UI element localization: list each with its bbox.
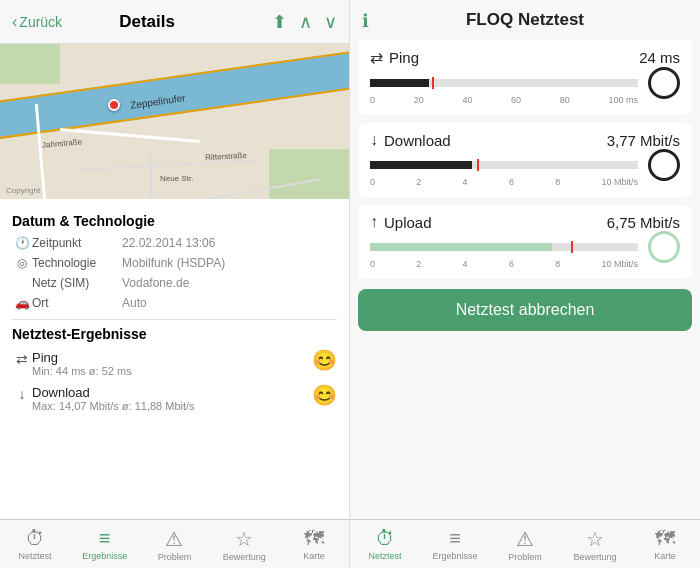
download-track (370, 161, 638, 169)
right-title: FLOQ Netztest (466, 10, 584, 30)
ping-meter-label: Ping (389, 49, 419, 66)
download-meter: ↓ Download 3,77 Mbit/s 0 2 4 6 8 10 Mbit… (358, 123, 692, 197)
ort-label: Ort (32, 296, 122, 310)
netz-label: Netz (SIM) (32, 276, 122, 290)
tab-bewertung[interactable]: ☆ Bewertung (209, 520, 279, 568)
upload-meter-label: Upload (384, 214, 432, 231)
ping-meter: ⇄ Ping 24 ms 0 20 40 60 80 100 ms (358, 40, 692, 115)
ping-content: Ping Min: 44 ms ø: 52 ms (32, 350, 306, 377)
download-circle (648, 149, 680, 181)
right-problem-tab-label: Problem (508, 552, 542, 562)
upload-meter-icon: ↑ (370, 213, 378, 231)
right-tab-netztest[interactable]: ⏱ Netztest (350, 520, 420, 568)
ping-fill (370, 79, 429, 87)
down-icon[interactable]: ∨ (324, 11, 337, 33)
map-green-area2 (269, 149, 349, 199)
right-tab-karte[interactable]: 🗺 Karte (630, 520, 700, 568)
ping-icon: ⇄ (12, 351, 32, 367)
section-datum-title: Datum & Technologie (12, 213, 337, 229)
upload-bar-container (370, 237, 680, 257)
bewertung-tab-label: Bewertung (223, 552, 266, 562)
left-tab-bar: ⏱ Netztest ≡ Ergebnisse ⚠ Problem ☆ Bewe… (0, 519, 349, 568)
right-netztest-tab-icon: ⏱ (375, 527, 395, 550)
map-road3 (150, 154, 153, 199)
netz-value: Vodafone.de (122, 276, 189, 290)
detail-content: Datum & Technologie 🕐 Zeitpunkt 22.02.20… (0, 199, 349, 519)
problem-tab-label: Problem (158, 552, 192, 562)
ping-meter-name: ⇄ Ping (370, 48, 419, 67)
right-bewertung-tab-icon: ☆ (586, 527, 604, 551)
download-marker (477, 159, 479, 171)
header-actions: ⬆ ∧ ∨ (272, 11, 337, 33)
left-panel: ‹ Zurück Details ⬆ ∧ ∨ Zeppelinufer Jahn… (0, 0, 350, 568)
right-header: ℹ FLOQ Netztest (350, 0, 700, 36)
right-ergebnisse-tab-label: Ergebnisse (432, 551, 477, 561)
right-tab-bar: ⏱ Netztest ≡ Ergebnisse ⚠ Problem ☆ Bewe… (350, 519, 700, 568)
right-problem-tab-icon: ⚠ (516, 527, 534, 551)
ergebnisse-tab-label: Ergebnisse (82, 551, 127, 561)
ort-value: Auto (122, 296, 147, 310)
right-tab-ergebnisse[interactable]: ≡ Ergebnisse (420, 520, 490, 568)
tab-ergebnisse[interactable]: ≡ Ergebnisse (70, 520, 140, 568)
upload-fill (370, 243, 552, 251)
result-ping: ⇄ Ping Min: 44 ms ø: 52 ms 😊 (12, 346, 337, 381)
problem-tab-icon: ⚠ (165, 527, 183, 551)
download-meter-header: ↓ Download 3,77 Mbit/s (370, 131, 680, 149)
result-download: ↓ Download Max: 14,07 Mbit/s ø: 11,88 Mb… (12, 381, 337, 416)
ping-scale: 0 20 40 60 80 100 ms (370, 95, 638, 105)
up-icon[interactable]: ∧ (299, 11, 312, 33)
ping-circle (648, 67, 680, 99)
bewertung-tab-icon: ☆ (235, 527, 253, 551)
info-icon[interactable]: ℹ (362, 10, 369, 32)
right-tab-problem[interactable]: ⚠ Problem (490, 520, 560, 568)
right-karte-tab-icon: 🗺 (655, 527, 675, 550)
share-icon[interactable]: ⬆ (272, 11, 287, 33)
abbrechen-button[interactable]: Netztest abbrechen (358, 289, 692, 331)
tab-karte[interactable]: 🗺 Karte (279, 520, 349, 568)
back-chevron-icon: ‹ (12, 13, 17, 31)
download-smiley: 😊 (312, 383, 337, 407)
ping-meter-header: ⇄ Ping 24 ms (370, 48, 680, 67)
info-netz: Netz (SIM) Vodafone.de (12, 273, 337, 293)
ergebnisse-tab-icon: ≡ (99, 527, 111, 550)
upload-track (370, 243, 638, 251)
download-icon: ↓ (12, 386, 32, 402)
signal-icon: ◎ (12, 256, 32, 270)
download-fill (370, 161, 472, 169)
upload-meter-header: ↑ Upload 6,75 Mbit/s (370, 213, 680, 231)
right-tab-bewertung[interactable]: ☆ Bewertung (560, 520, 630, 568)
tab-problem[interactable]: ⚠ Problem (140, 520, 210, 568)
right-bewertung-tab-label: Bewertung (573, 552, 616, 562)
divider (12, 319, 337, 320)
map-road4 (80, 159, 260, 170)
download-meter-value: 3,77 Mbit/s (607, 132, 680, 149)
right-panel: ℹ FLOQ Netztest ⇄ Ping 24 ms 0 20 40 60 … (350, 0, 700, 568)
right-ergebnisse-tab-icon: ≡ (449, 527, 461, 550)
technologie-value: Mobilfunk (HSDPA) (122, 256, 225, 270)
ping-track (370, 79, 638, 87)
upload-meter-name: ↑ Upload (370, 213, 432, 231)
zeitpunkt-label: Zeitpunkt (32, 236, 122, 250)
map-label-jahn: Jahnstraße (42, 137, 83, 149)
map-copyright: Copyright (6, 186, 40, 195)
upload-marker (571, 241, 573, 253)
download-content: Download Max: 14,07 Mbit/s ø: 11,88 Mbit… (32, 385, 306, 412)
map-pin (108, 99, 120, 111)
ping-meter-icon: ⇄ (370, 48, 383, 67)
upload-scale: 0 2 4 6 8 10 Mbit/s (370, 259, 638, 269)
page-title: Details (22, 12, 272, 32)
section-netztest-title: Netztest-Ergebnisse (12, 326, 337, 342)
info-zeitpunkt: 🕐 Zeitpunkt 22.02.2014 13:06 (12, 233, 337, 253)
car-icon: 🚗 (12, 296, 32, 310)
karte-tab-icon: 🗺 (304, 527, 324, 550)
ping-smiley: 😊 (312, 348, 337, 372)
right-karte-tab-label: Karte (654, 551, 676, 561)
download-values: Max: 14,07 Mbit/s ø: 11,88 Mbit/s (32, 400, 306, 412)
tab-netztest[interactable]: ⏱ Netztest (0, 520, 70, 568)
ping-title: Ping (32, 350, 306, 365)
download-bar-container (370, 155, 680, 175)
ping-bar-container (370, 73, 680, 93)
zeitpunkt-value: 22.02.2014 13:06 (122, 236, 215, 250)
upload-circle (648, 231, 680, 263)
map-view[interactable]: Zeppelinufer Jahnstraße Ritterstraße Neu… (0, 44, 349, 199)
